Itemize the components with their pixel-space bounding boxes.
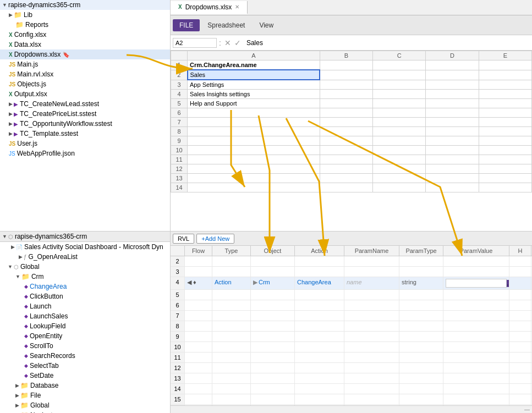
cell-7-b[interactable]: [320, 118, 372, 127]
col-b-header[interactable]: B: [320, 51, 372, 60]
cell-2-e[interactable]: [479, 70, 531, 80]
cell-5-b[interactable]: [320, 99, 372, 108]
col-d-header[interactable]: D: [426, 51, 479, 60]
openentity-item[interactable]: ◆ OpenEntity: [0, 331, 170, 341]
cell-3-e[interactable]: [479, 80, 531, 90]
spreadsheet-grid[interactable]: A B C D E 1Crm.ChangeArea.name2Sales3App…: [171, 51, 532, 231]
spreadsheet-tab[interactable]: X Dropdowns.xlsx ✕: [171, 1, 248, 14]
tc1-file[interactable]: ▶ ▶ TC_CreateNewLead.sstest: [0, 99, 170, 109]
cell-5-d[interactable]: [426, 99, 479, 108]
searchrecords-item[interactable]: ◆ SearchRecords: [0, 351, 170, 361]
cell-9-e[interactable]: [479, 136, 531, 146]
global-section[interactable]: ▼ ⬡ Global: [0, 262, 170, 272]
cell-8-b[interactable]: [320, 127, 372, 136]
cell-13-c[interactable]: [373, 174, 426, 183]
cell-4-c[interactable]: [373, 90, 426, 99]
project-root[interactable]: ▼ ⬡ rapise-dynamics365-crm: [0, 232, 170, 242]
cell-13-a[interactable]: [188, 174, 320, 183]
webapp-file[interactable]: JS WebAppProfile.json: [0, 148, 170, 158]
rvl-pval-cell[interactable]: ▼⊞Sales⊞App Settings⊞Sales Insights sett…: [443, 277, 509, 289]
tc2-file[interactable]: ▶ ▶ TC_CreatePriceList.sstest: [0, 109, 170, 119]
tab-close-btn[interactable]: ✕: [235, 4, 239, 10]
col-e-header[interactable]: E: [479, 51, 531, 60]
col-a-header[interactable]: A: [188, 51, 320, 60]
cell-7-d[interactable]: [426, 118, 479, 127]
spreadsheet-tab-btn[interactable]: Spreadsheet: [201, 19, 251, 31]
confirm-icon[interactable]: ✓: [233, 38, 242, 47]
changearea-item[interactable]: ◆ ChangeArea: [0, 282, 170, 291]
cell-12-e[interactable]: [479, 164, 531, 174]
cell-13-b[interactable]: [320, 174, 372, 183]
cell-8-e[interactable]: [479, 127, 531, 136]
crm-folder[interactable]: ▼ 📁 Crm: [0, 272, 170, 282]
cell-3-b[interactable]: [320, 80, 372, 90]
cell-6-c[interactable]: [373, 108, 426, 118]
tc3-file[interactable]: ▶ ▶ TC_OpportunityWorkflow.sstest: [0, 119, 170, 129]
selecttab-item[interactable]: ◆ SelectTab: [0, 361, 170, 371]
navigator-folder[interactable]: ▶ 📁 Navigator: [0, 410, 170, 413]
cell-3-a[interactable]: App Settings: [188, 80, 320, 90]
cell-14-e[interactable]: [479, 183, 531, 192]
root-item[interactable]: ▼ rapise-dynamics365-crm: [0, 0, 170, 10]
tc4-file[interactable]: ▶ ▶ TC_Template.sstest: [0, 129, 170, 139]
cell-8-a[interactable]: [188, 127, 320, 136]
rvl-obj-cell[interactable]: ▶Crm: [251, 277, 295, 289]
lookupfield-item[interactable]: ◆ LookupField: [0, 321, 170, 331]
user-file[interactable]: JS User.js: [0, 139, 170, 148]
cell-3-d[interactable]: [426, 80, 479, 90]
cell-6-e[interactable]: [479, 108, 531, 118]
reports-folder[interactable]: 📁 Reports: [0, 20, 170, 30]
cell-5-e[interactable]: [479, 99, 531, 108]
cell-1-e[interactable]: [479, 60, 531, 70]
cell-4-d[interactable]: [426, 90, 479, 99]
objects-file[interactable]: JS Objects.js: [0, 79, 170, 89]
cell-9-c[interactable]: [373, 136, 426, 146]
launch-item[interactable]: ◆ Launch: [0, 301, 170, 311]
cell-2-a[interactable]: Sales: [188, 70, 320, 80]
gopenarea-item[interactable]: ▶ ƒ G_OpenAreaList: [0, 252, 170, 262]
cell-5-a[interactable]: Help and Support: [188, 99, 320, 108]
cell-14-d[interactable]: [426, 183, 479, 192]
formula-input[interactable]: [244, 38, 530, 48]
cell-3-c[interactable]: [373, 80, 426, 90]
cell-6-b[interactable]: [320, 108, 372, 118]
clickbutton-item[interactable]: ◆ ClickButton: [0, 291, 170, 301]
launchsales-item[interactable]: ◆ LaunchSales: [0, 311, 170, 321]
cell-9-d[interactable]: [426, 136, 479, 146]
cell-11-a[interactable]: [188, 155, 320, 164]
cell-7-c[interactable]: [373, 118, 426, 127]
rvl-type-cell[interactable]: Action: [212, 277, 251, 289]
cell-4-a[interactable]: Sales Insights settings: [188, 90, 320, 99]
file-tab-btn[interactable]: FILE: [173, 19, 200, 31]
cancel-icon[interactable]: ✕: [223, 38, 232, 47]
cell-ref-input[interactable]: [173, 38, 217, 48]
cell-2-d[interactable]: [426, 70, 479, 80]
scrollbar-bottom[interactable]: —: [171, 405, 532, 413]
col-c-header[interactable]: C: [373, 51, 426, 60]
database-folder[interactable]: ▶ 📁 Database: [0, 381, 170, 390]
cell-13-e[interactable]: [479, 174, 531, 183]
cell-6-d[interactable]: [426, 108, 479, 118]
cell-14-a[interactable]: [188, 183, 320, 192]
cell-11-b[interactable]: [320, 155, 372, 164]
cell-8-d[interactable]: [426, 127, 479, 136]
param-value-input[interactable]: [446, 279, 507, 288]
cell-6-a[interactable]: [188, 108, 320, 118]
cell-10-b[interactable]: [320, 146, 372, 155]
cell-1-d[interactable]: [426, 60, 479, 70]
cell-1-b[interactable]: [320, 60, 372, 70]
cell-7-a[interactable]: [188, 118, 320, 127]
scrollto-item[interactable]: ◆ ScrollTo: [0, 341, 170, 351]
cell-10-d[interactable]: [426, 146, 479, 155]
cell-7-e[interactable]: [479, 118, 531, 127]
dropdowns-file[interactable]: X Dropdowns.xlsx 🔖: [0, 49, 170, 59]
rvl-tab-btn[interactable]: RVL: [173, 234, 194, 244]
rvl-action-cell[interactable]: ChangeArea: [295, 277, 344, 289]
cell-9-b[interactable]: [320, 136, 372, 146]
file-folder[interactable]: ▶ 📁 File: [0, 390, 170, 400]
mainjs-file[interactable]: JS Main.js: [0, 59, 170, 69]
cell-12-b[interactable]: [320, 164, 372, 174]
cell-1-a[interactable]: Crm.ChangeArea.name: [188, 60, 320, 70]
lib-folder[interactable]: ▶ 📁 Lib: [0, 10, 170, 20]
cell-10-a[interactable]: [188, 146, 320, 155]
